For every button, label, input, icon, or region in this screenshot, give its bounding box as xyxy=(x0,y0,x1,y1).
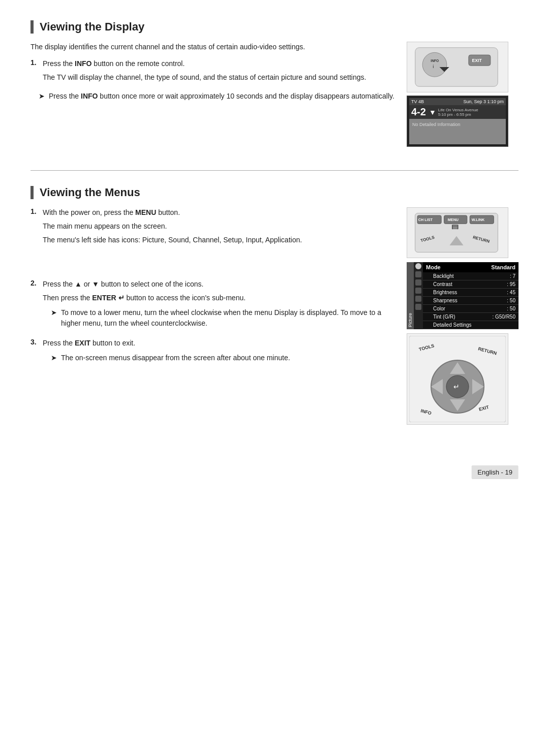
menu-item-row: Sharpness: 50 xyxy=(423,297,518,305)
display-text: The display identifies the current chann… xyxy=(30,42,396,106)
menus-step-3-main: Press the EXIT button to exit. xyxy=(43,338,396,349)
note-arrow-3-icon: ➤ xyxy=(51,353,57,363)
menu-item-value: : 45 xyxy=(507,290,515,295)
menu-item-label: Tint (G/R) xyxy=(433,314,455,320)
picture-menu: Mode Standard Backlight: 7Contrast: 95Br… xyxy=(414,262,518,329)
menus-step-3-note: ➤ The on-screen menus disappear from the… xyxy=(51,353,396,363)
menus-step-num-2: 2. xyxy=(30,279,39,333)
menu-item-label: Brightness xyxy=(433,290,457,295)
svg-text:CH LIST: CH LIST xyxy=(418,217,433,222)
step-1-main: Press the INFO button on the remote cont… xyxy=(43,58,396,69)
menus-step-1: 1. With the power on, press the MENU but… xyxy=(30,207,396,248)
channel-icon xyxy=(415,279,421,286)
menu-item-label: Contrast xyxy=(433,281,452,287)
tv-channel-row: 4-2 ▼ Life On Venus Avenue 5:10 pm - 6:5… xyxy=(409,105,506,119)
menu-item-value: : 50 xyxy=(507,298,515,303)
menu-icons-row: Mode Standard Backlight: 7Contrast: 95Br… xyxy=(414,262,518,329)
tv-info-body: No Detailed Information xyxy=(409,119,506,144)
display-image-col: INFO i EXIT TV 4B Sun, Sep 3 1:10 pm 4-2 xyxy=(407,42,518,150)
tv-channel-id: TV 4B xyxy=(411,99,424,104)
menu-item-value: : G50/R50 xyxy=(492,314,515,320)
show-time: 5:10 pm - 6:55 pm xyxy=(438,112,478,117)
svg-text:W.LINK: W.LINK xyxy=(472,217,485,222)
menu-item-label: Sharpness xyxy=(433,298,458,303)
picture-sidebar-label: Picture xyxy=(407,262,414,329)
menu-item-label: Backlight xyxy=(433,273,454,279)
display-intro: The display identifies the current chann… xyxy=(30,42,396,52)
section-divider xyxy=(30,170,518,171)
remote-info-svg: INFO i EXIT xyxy=(408,45,505,89)
show-title: Life On Venus Avenue xyxy=(438,108,478,112)
menu-mode-row: Mode Standard xyxy=(423,262,518,272)
menu-item-row: Backlight: 7 xyxy=(423,272,518,280)
note-arrow-2-icon: ➤ xyxy=(51,307,57,329)
mode-value: Standard xyxy=(491,264,515,270)
menus-step-3-content: Press the EXIT button to exit. ➤ The on-… xyxy=(43,338,396,367)
remote-nav-image: TOOLS RETURN ↵ xyxy=(407,333,508,425)
menu-icon-column xyxy=(414,262,423,329)
menu-item-value: : 95 xyxy=(507,281,515,287)
step-1-sub: The TV will display the channel, the typ… xyxy=(43,72,396,83)
menus-step-num-1: 1. xyxy=(30,207,39,248)
channel-number: 4-2 xyxy=(411,106,426,118)
menus-step-3: 3. Press the EXIT button to exit. ➤ The … xyxy=(30,338,396,367)
menus-content: 1. With the power on, press the MENU but… xyxy=(30,207,518,425)
note-text: Press the INFO button once more or wait … xyxy=(49,91,394,102)
svg-text:MENU: MENU xyxy=(448,217,459,222)
footer: English - 19 xyxy=(30,445,518,479)
svg-text:↵: ↵ xyxy=(453,383,460,391)
remote-menu-image: CH LIST MENU W.LINK TOOLS RETURN xyxy=(407,207,508,258)
menu-item-row: Detailed Settings xyxy=(423,321,518,329)
svg-text:EXIT: EXIT xyxy=(472,58,482,63)
svg-text:INFO: INFO xyxy=(431,59,439,62)
svg-text:i: i xyxy=(433,64,434,69)
note-text-2: To move to a lower menu, turn the wheel … xyxy=(61,307,396,329)
remote-menu-svg: CH LIST MENU W.LINK TOOLS RETURN xyxy=(408,211,505,255)
section-viewing-display: Viewing the Display The display identifi… xyxy=(30,20,518,150)
picture-menu-container: Picture M xyxy=(407,262,518,329)
sound-icon xyxy=(415,271,421,277)
menu-item-value: : 50 xyxy=(507,306,515,311)
menus-step-2-note: ➤ To move to a lower menu, turn the whee… xyxy=(51,307,396,329)
input-icon xyxy=(415,296,421,302)
menus-text: 1. With the power on, press the MENU but… xyxy=(30,207,396,372)
menu-items-list: Backlight: 7Contrast: 95Brightness: 45Sh… xyxy=(423,272,518,329)
menu-item-row: Brightness: 45 xyxy=(423,289,518,297)
display-step-1: 1. Press the INFO button on the remote c… xyxy=(30,58,396,86)
menu-item-label: Color xyxy=(433,306,445,311)
no-detail-info: No Detailed Information xyxy=(411,121,504,128)
footer-text: English - 19 xyxy=(471,465,518,479)
menu-item-row: Color: 50 xyxy=(423,305,518,313)
step-number-1: 1. xyxy=(30,58,39,86)
menus-step-1-sub2: The menu's left side has icons: Picture,… xyxy=(43,235,396,245)
display-content: The display identifies the current chann… xyxy=(30,42,518,150)
tv-info-display: TV 4B Sun, Sep 3 1:10 pm 4-2 ▼ Life On V… xyxy=(407,96,508,147)
section-title-display: Viewing the Display xyxy=(30,20,518,34)
display-note: ➤ Press the INFO button once more or wai… xyxy=(39,91,396,102)
menus-step-2-content: Press the ▲ or ▼ button to select one of… xyxy=(43,279,396,333)
note-arrow-icon: ➤ xyxy=(39,91,45,102)
menus-step-2-sub1: Then press the ENTER ↵ button to access … xyxy=(43,293,396,303)
remote-info-image: INFO i EXIT xyxy=(407,42,508,92)
show-info: Life On Venus Avenue 5:10 pm - 6:55 pm xyxy=(438,108,478,117)
section-title-menus: Viewing the Menus xyxy=(30,186,518,199)
menus-step-1-main: With the power on, press the MENU button… xyxy=(43,207,396,218)
tv-time: Sun, Sep 3 1:10 pm xyxy=(463,99,504,104)
menus-step-2: 2. Press the ▲ or ▼ button to select one… xyxy=(30,279,396,333)
svg-point-1 xyxy=(422,52,447,77)
down-arrow-icon: ▼ xyxy=(429,108,436,116)
menu-item-row: Tint (G/R): G50/R50 xyxy=(423,313,518,321)
menus-step-1-sub1: The main menu appears on the screen. xyxy=(43,221,396,232)
tv-info-header: TV 4B Sun, Sep 3 1:10 pm xyxy=(409,98,506,105)
menus-step-1-content: With the power on, press the MENU button… xyxy=(43,207,396,248)
picture-icon xyxy=(415,263,421,269)
menus-step-num-3: 3. xyxy=(30,338,39,367)
menu-item-value: : 7 xyxy=(510,273,515,279)
note-text-3: The on-screen menus disappear from the s… xyxy=(61,353,290,363)
section-viewing-menus: Viewing the Menus 1. With the power on, … xyxy=(30,186,518,425)
remote-nav-svg: TOOLS RETURN ↵ xyxy=(409,336,506,422)
menu-items: Mode Standard Backlight: 7Contrast: 95Br… xyxy=(423,262,518,329)
step-1-content: Press the INFO button on the remote cont… xyxy=(43,58,396,86)
menus-image-col: CH LIST MENU W.LINK TOOLS RETURN xyxy=(407,207,518,425)
setup-icon xyxy=(415,288,421,294)
